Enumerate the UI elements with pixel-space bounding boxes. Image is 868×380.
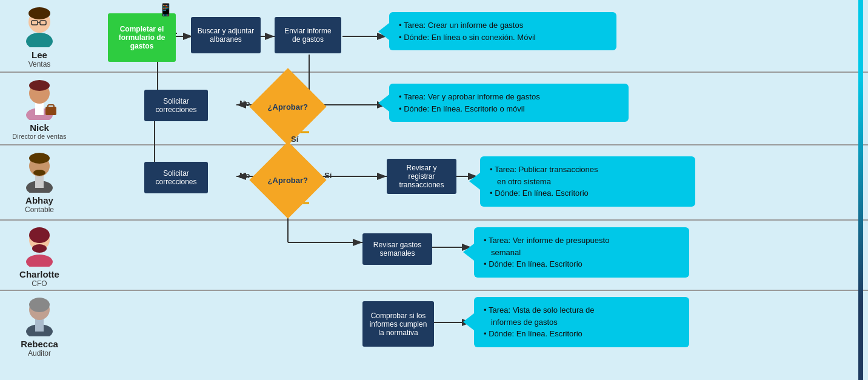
callout-rebecca-line2: informes de gastos — [484, 316, 679, 328]
actor-lee-role: Ventas — [28, 60, 51, 68]
label-si2: Sí — [324, 171, 332, 180]
callout-charlotte-line3: • Dónde: En línea. Escritorio — [484, 258, 679, 270]
actor-rebecca-name: Rebecca — [21, 339, 58, 349]
svg-rect-32 — [35, 102, 44, 115]
svg-point-44 — [29, 227, 50, 243]
box-revisar-semanal: Revisar gastos semanales — [362, 233, 432, 265]
actor-charlotte-name: Charlotte — [19, 269, 59, 279]
actor-nick: Nick Director de ventas — [6, 78, 73, 140]
actor-abhay-role: Contable — [25, 205, 54, 214]
svg-point-34 — [29, 80, 50, 91]
svg-point-41 — [33, 170, 45, 176]
box-revisar-reg: Revisar y registrar transacciones — [387, 159, 456, 194]
actor-rebecca: Rebecca Auditor — [6, 294, 73, 358]
actor-charlotte-role: CFO — [32, 279, 47, 288]
callout-charlotte: • Tarea: Ver informe de presupuesto sema… — [474, 227, 689, 278]
callout-lee-line1: • Tarea: Crear un informe de gastos — [399, 19, 607, 32]
avatar-abhay — [18, 150, 61, 193]
callout-abhay-line1: • Tarea: Publicar transacciones — [490, 164, 686, 176]
avatar-charlotte — [18, 224, 61, 267]
callout-charlotte-line1: • Tarea: Ver informe de presupuesto — [484, 235, 679, 247]
svg-rect-38 — [35, 175, 44, 188]
actor-abhay: Abhay Contable — [6, 150, 73, 214]
svg-point-49 — [29, 298, 50, 312]
callout-abhay-line3: • Dónde: En línea. Escritorio — [490, 187, 686, 199]
avatar-nick — [18, 78, 61, 120]
label-no1: No — [239, 99, 250, 108]
callout-nick: • Tarea: Ver y aprobar informe de gastos… — [389, 84, 629, 122]
actor-rebecca-role: Auditor — [28, 349, 51, 358]
actor-nick-name: Nick — [30, 122, 49, 133]
svg-rect-36 — [48, 105, 54, 108]
box-comprobar: Comprobar si los informes cumplen la nor… — [362, 301, 434, 347]
callout-rebecca: • Tarea: Vista de solo lectura de inform… — [474, 297, 689, 347]
callout-nick-line1: • Tarea: Ver y aprobar informe de gastos — [399, 91, 619, 103]
callout-rebecca-line1: • Tarea: Vista de solo lectura de — [484, 304, 679, 316]
svg-point-40 — [29, 153, 50, 164]
label-si1: Sí — [291, 135, 298, 144]
divider-2 — [0, 144, 868, 145]
divider-1 — [0, 72, 868, 73]
actor-lee: Lee Ventas — [6, 5, 73, 68]
divider-4 — [0, 290, 868, 291]
svg-point-24 — [26, 33, 53, 47]
svg-point-42 — [26, 255, 53, 267]
divider-3 — [0, 219, 868, 221]
diamond-aprobar2: ¿Aprobar? — [258, 150, 318, 210]
avatar-lee — [18, 5, 61, 47]
callout-rebecca-line3: • Dónde: En línea. Escritorio — [484, 328, 679, 340]
svg-point-26 — [28, 7, 50, 19]
svg-point-45 — [32, 244, 47, 253]
callout-abhay: • Tarea: Publicar transacciones en otro … — [480, 156, 695, 207]
callout-nick-line2: • Dónde: En línea. Escritorio o móvil — [399, 103, 619, 115]
callout-charlotte-line2: semanal — [484, 247, 679, 259]
box-completar: 📱 Completar el formulario de gastos — [108, 13, 176, 62]
svg-rect-47 — [35, 318, 44, 332]
box-buscar: Buscar y adjuntar albaranes — [191, 17, 261, 53]
avatar-rebecca — [18, 294, 61, 336]
actor-charlotte: Charlotte CFO — [6, 224, 73, 288]
actor-abhay-name: Abhay — [25, 195, 53, 205]
callout-abhay-line2: en otro sistema — [490, 176, 686, 188]
box-solicitar1: Solicitar correcciones — [144, 90, 208, 121]
diagram: Lee Ventas Nick Director de ventas — [0, 0, 868, 380]
actor-nick-role: Director de ventas — [12, 133, 66, 140]
label-no2: No — [239, 171, 250, 180]
callout-lee: • Tarea: Crear un informe de gastos • Dó… — [389, 12, 616, 50]
callout-lee-line2: • Dónde: En línea o sin conexión. Móvil — [399, 32, 607, 44]
box-enviar: Enviar informe de gastos — [275, 17, 341, 53]
diamond-aprobar1: ¿Aprobar? — [258, 77, 318, 136]
actor-lee-name: Lee — [32, 50, 47, 60]
right-border — [858, 0, 863, 380]
box-solicitar2: Solicitar correcciones — [144, 162, 208, 193]
